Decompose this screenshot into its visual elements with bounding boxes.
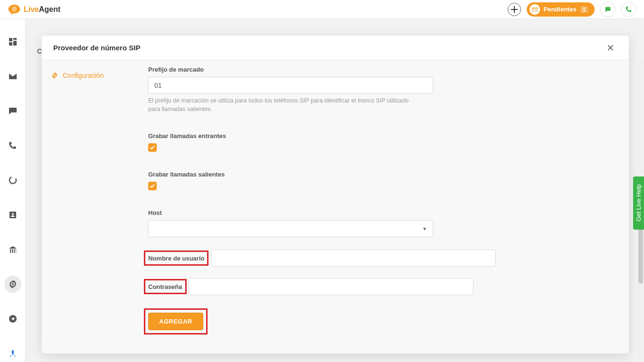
phone-button[interactable] <box>621 2 636 17</box>
svg-point-7 <box>12 213 14 215</box>
record-outgoing-label: Grabar llamadas salientes <box>148 171 610 178</box>
nav-rocket[interactable] <box>4 345 21 362</box>
host-select[interactable] <box>148 220 433 237</box>
bg-content-hint: C <box>37 47 42 55</box>
nav-call[interactable] <box>4 137 21 154</box>
logo-icon: @ <box>8 4 21 15</box>
check-icon <box>150 145 155 150</box>
chat-button[interactable] <box>600 2 616 17</box>
username-label: Nombre de usuario <box>148 255 204 262</box>
config-label: Configuración <box>63 72 104 79</box>
username-group: Nombre de usuario <box>148 250 610 269</box>
dial-prefix-label: Prefijo de marcado <box>148 66 610 73</box>
add-highlight: AGREGAR <box>144 308 208 334</box>
pending-label: Pendientes <box>544 6 577 13</box>
modal-body: Configuración Prefijo de marcado El pref… <box>42 60 629 353</box>
dial-prefix-help: El prefijo de marcación se utiliza para … <box>148 97 414 113</box>
modal-header: Proveedor de número SIP ✕ <box>42 36 629 60</box>
nav-chat[interactable] <box>4 102 21 119</box>
live-help-tab[interactable]: Get Live Help <box>633 176 644 230</box>
record-incoming-checkbox[interactable] <box>148 143 157 152</box>
sidebar-item-config[interactable]: Configuración <box>51 72 129 79</box>
record-outgoing-group: Grabar llamadas salientes <box>148 171 610 190</box>
nav-star[interactable] <box>4 311 21 327</box>
nav-library[interactable] <box>4 241 21 258</box>
record-incoming-group: Grabar llamadas entrantes <box>148 132 610 152</box>
add-button[interactable]: AGREGAR <box>148 313 203 330</box>
nav-settings[interactable] <box>4 276 21 292</box>
leftnav <box>0 19 26 362</box>
pending-pill[interactable]: Pendientes 1 <box>527 2 595 17</box>
host-label: Host <box>148 209 610 216</box>
record-incoming-label: Grabar llamadas entrantes <box>148 132 610 139</box>
svg-rect-4 <box>9 42 12 46</box>
modal-title: Proveedor de número SIP <box>53 44 140 52</box>
password-highlight: Contraseña <box>144 279 187 294</box>
topbar-right: Pendientes 1 <box>508 2 636 17</box>
svg-point-5 <box>9 177 16 184</box>
host-group: Host <box>148 209 610 237</box>
live-help-label: Get Live Help <box>635 184 642 222</box>
username-highlight: Nombre de usuario <box>144 251 208 266</box>
dial-prefix-group: Prefijo de marcado El prefijo de marcaci… <box>148 66 610 113</box>
password-group: Contraseña <box>148 278 610 297</box>
svg-rect-2 <box>13 38 17 40</box>
nav-stats[interactable] <box>4 172 21 188</box>
gear-icon <box>51 72 58 79</box>
close-icon[interactable]: ✕ <box>604 41 617 55</box>
nav-mail[interactable] <box>4 68 21 84</box>
topbar: @ LiveAgent Pendientes 1 <box>0 0 644 19</box>
password-label: Contraseña <box>148 283 182 290</box>
modal-main: Prefijo de marcado El prefijo de marcaci… <box>137 60 629 353</box>
username-input[interactable] <box>211 250 496 267</box>
svg-text:@: @ <box>12 6 17 11</box>
logo-text: LiveAgent <box>24 5 60 14</box>
modal-sidebar: Configuración <box>42 60 137 353</box>
add-button[interactable] <box>508 3 521 16</box>
check-icon <box>150 184 155 188</box>
pending-count: 1 <box>580 6 588 13</box>
logo[interactable]: @ LiveAgent <box>8 4 60 15</box>
svg-rect-1 <box>9 38 12 41</box>
nav-contacts[interactable] <box>4 206 21 223</box>
svg-rect-3 <box>13 41 17 46</box>
dial-prefix-input[interactable] <box>148 77 433 94</box>
mail-icon <box>530 4 540 15</box>
nav-dashboard[interactable] <box>4 33 21 50</box>
sip-modal: Proveedor de número SIP ✕ Configuración … <box>42 36 629 353</box>
record-outgoing-checkbox[interactable] <box>148 182 157 190</box>
password-input[interactable] <box>189 278 474 295</box>
